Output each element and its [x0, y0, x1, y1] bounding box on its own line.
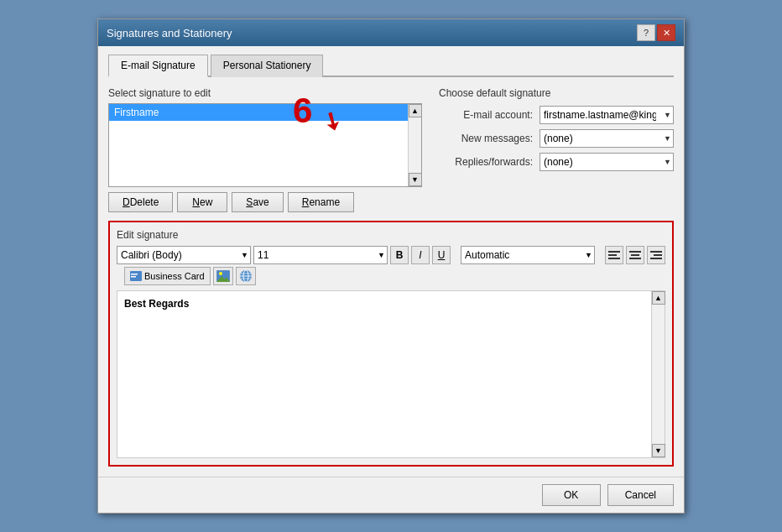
select-sig-label: Select signature to edit	[108, 87, 422, 99]
replies-label: Replies/forwards:	[439, 150, 540, 174]
replies-row: Replies/forwards: (none)	[439, 150, 674, 174]
signature-content[interactable]: Best Regards	[124, 298, 644, 310]
tab-personal-stationery[interactable]: Personal Stationery	[211, 55, 324, 77]
default-sig-label: Choose default signature	[439, 87, 674, 99]
align-right-button[interactable]	[647, 246, 665, 264]
svg-rect-1	[608, 254, 617, 256]
dialog-body: E-mail Signature Personal Stationery Sel…	[98, 46, 684, 477]
sig-list-container: Firstname ▲ ▼	[108, 103, 422, 187]
scroll-down-arrow[interactable]: ▼	[409, 173, 422, 186]
new-messages-label: New messages:	[439, 127, 540, 150]
new-messages-select[interactable]: (none)	[540, 129, 674, 148]
svg-rect-0	[608, 251, 620, 253]
close-button[interactable]: ✕	[657, 24, 675, 41]
rename-button[interactable]: Rename	[288, 192, 354, 212]
new-button[interactable]: New	[177, 192, 227, 212]
dialog-footer: OK Cancel	[98, 477, 684, 513]
align-center-icon	[629, 249, 641, 261]
sig-list-scrollbar: ▲ ▼	[408, 104, 421, 186]
business-card-icon	[130, 271, 142, 281]
default-sig-table: E-mail account: firstname.lastname@kings…	[439, 103, 674, 174]
font-select[interactable]: Calibri (Body) Arial Times New Roman	[117, 246, 251, 264]
align-left-icon	[608, 249, 620, 261]
svg-rect-2	[608, 258, 620, 259]
color-select[interactable]: Automatic Black Red Blue	[461, 246, 595, 264]
underline-button[interactable]: U	[432, 246, 451, 264]
svg-rect-7	[654, 254, 662, 256]
email-account-select[interactable]: firstname.lastname@kings.uwo.ca	[540, 106, 674, 124]
svg-point-13	[219, 272, 222, 275]
editor-scrollbar: ▲ ▼	[652, 290, 665, 458]
bold-button[interactable]: B	[390, 246, 409, 264]
editor-outer: Best Regards ▲ ▼	[117, 290, 665, 458]
size-select-wrapper: 8 9 10 11 12	[253, 246, 388, 264]
italic-button[interactable]: I	[411, 246, 430, 264]
business-card-label: Business Card	[144, 271, 205, 281]
main-content: Select signature to edit Firstname ▲ ▼	[108, 87, 674, 212]
scroll-thumb-area[interactable]	[409, 117, 421, 173]
new-messages-select-wrapper: (none)	[540, 129, 674, 148]
email-account-row: E-mail account: firstname.lastname@kings…	[439, 103, 674, 127]
align-center-button[interactable]	[626, 246, 644, 264]
new-messages-row: New messages: (none)	[439, 127, 674, 150]
replies-select[interactable]: (none)	[540, 153, 674, 171]
editor-scroll-up[interactable]: ▲	[652, 291, 665, 305]
insert-hyperlink-button[interactable]	[236, 267, 256, 285]
signature-editor[interactable]: Best Regards	[117, 290, 652, 458]
svg-rect-6	[650, 251, 662, 253]
dialog-title: Signatures and Stationery	[107, 27, 232, 39]
color-select-wrapper: Automatic Black Red Blue	[461, 246, 595, 264]
scroll-up-arrow[interactable]: ▲	[409, 104, 422, 117]
signatures-stationery-dialog: Signatures and Stationery ? ✕ E-mail Sig…	[97, 18, 685, 514]
hyperlink-icon	[238, 269, 253, 283]
tab-email-signature[interactable]: E-mail Signature	[108, 55, 208, 77]
svg-rect-4	[631, 254, 639, 256]
align-left-button[interactable]	[605, 246, 623, 264]
replies-select-wrapper: (none)	[540, 153, 674, 171]
business-card-button[interactable]: Business Card	[124, 267, 211, 285]
editor-scroll-track[interactable]	[652, 305, 665, 444]
sig-button-row: DDeleteDelete New Save Rename	[108, 192, 422, 212]
svg-rect-8	[650, 258, 662, 259]
save-button[interactable]: Save	[232, 192, 283, 212]
tab-bar: E-mail Signature Personal Stationery	[108, 53, 674, 77]
picture-icon	[216, 270, 230, 282]
align-right-icon	[650, 249, 662, 261]
ok-button[interactable]: OK	[542, 484, 601, 506]
font-select-wrapper: Calibri (Body) Arial Times New Roman	[117, 246, 251, 264]
title-bar: Signatures and Stationery ? ✕	[98, 19, 684, 46]
help-button[interactable]: ?	[637, 24, 655, 41]
svg-rect-11	[131, 276, 136, 278]
sig-list[interactable]: Firstname	[109, 104, 408, 186]
sig-item-firstname[interactable]: Firstname	[109, 104, 408, 121]
svg-rect-3	[629, 251, 641, 253]
left-panel: Select signature to edit Firstname ▲ ▼	[108, 87, 422, 212]
edit-sig-label: Edit signature	[117, 229, 665, 241]
editor-scroll-down[interactable]: ▼	[652, 444, 665, 457]
edit-signature-section: Edit signature Calibri (Body) Arial Time…	[108, 221, 674, 467]
svg-rect-5	[629, 258, 641, 259]
email-account-label: E-mail account:	[439, 103, 540, 127]
title-bar-controls: ? ✕	[637, 24, 675, 41]
size-select[interactable]: 8 9 10 11 12	[253, 246, 388, 264]
delete-button[interactable]: DDeleteDelete	[108, 192, 173, 212]
formatting-toolbar: Calibri (Body) Arial Times New Roman 8 9…	[117, 246, 665, 285]
svg-rect-10	[131, 274, 138, 275]
email-account-select-wrapper: firstname.lastname@kings.uwo.ca	[540, 106, 674, 124]
insert-picture-button[interactable]	[213, 267, 233, 285]
right-panel: Choose default signature E-mail account:…	[439, 87, 674, 212]
cancel-button[interactable]: Cancel	[607, 484, 674, 506]
